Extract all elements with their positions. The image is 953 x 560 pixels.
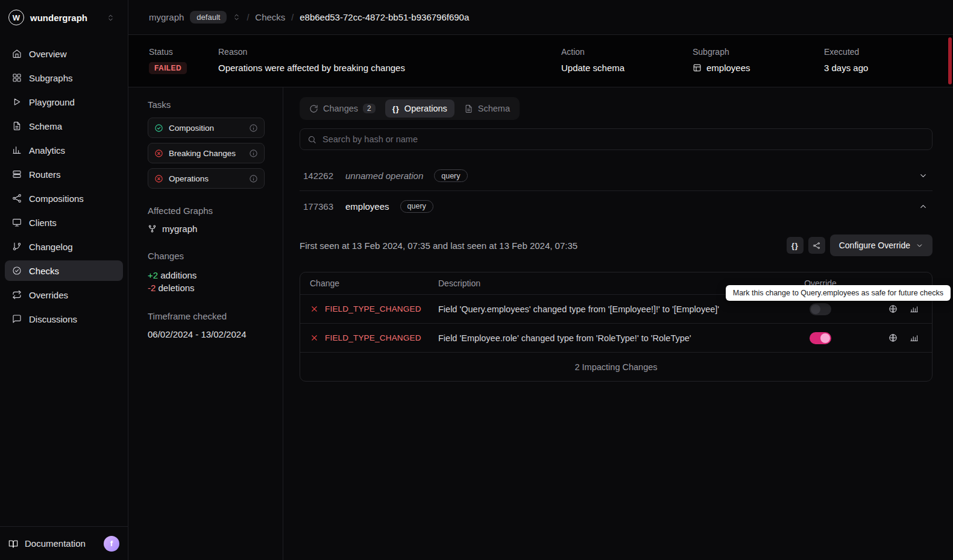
refresh-icon	[309, 104, 318, 113]
monitor-icon	[12, 218, 22, 227]
search-input[interactable]	[322, 134, 925, 144]
brand-name: wundergraph	[30, 13, 87, 23]
toggle-knob	[811, 304, 820, 314]
check-summary-panel: Tasks Composition Breaking Changes Opera…	[128, 87, 283, 560]
sidebar-item-overview[interactable]: Overview	[5, 43, 123, 64]
detail-actions: {} Configure Override	[787, 234, 933, 256]
breadcrumb: mygraph default / Checks / e8b6ed53-72cc…	[128, 0, 953, 35]
sidebar-item-label: Playground	[29, 97, 75, 107]
sidebar-item-label: Schema	[29, 121, 62, 131]
configure-override-button[interactable]: Configure Override	[830, 234, 933, 256]
override-toggle[interactable]	[810, 303, 831, 315]
book-open-icon	[8, 539, 18, 549]
operation-hash: 142262	[303, 171, 335, 181]
search-box	[300, 128, 933, 150]
subgraph-value: employees	[706, 63, 750, 73]
operation-name: unnamed operation	[345, 171, 423, 181]
deletions-label: deletions	[159, 283, 195, 293]
affected-graph-item[interactable]: mygraph	[148, 224, 265, 234]
check-circle-icon	[154, 124, 163, 133]
override-toggle[interactable]	[810, 332, 831, 344]
sidebar-item-overrides[interactable]: Overrides	[5, 285, 123, 305]
globe-icon	[889, 304, 898, 313]
seen-row: First seen at 13 Feb 2024, 07:35 and las…	[300, 234, 933, 256]
variant-badge[interactable]: default	[190, 11, 227, 24]
info-icon[interactable]	[249, 149, 258, 158]
operation-row-177363[interactable]: 177363 employees query	[300, 191, 933, 221]
sidebar-nav: Overview Subgraphs Playground Schema Ana…	[0, 35, 128, 329]
message-square-icon	[12, 314, 22, 324]
operations-list: 142262 unnamed operation query 177363 em…	[300, 161, 933, 382]
tab-label: Operations	[404, 104, 447, 113]
bar-chart-icon	[910, 333, 919, 342]
task-operations[interactable]: Operations	[148, 168, 265, 189]
globe-button[interactable]	[889, 304, 898, 313]
x-icon	[310, 333, 319, 342]
chevrons-up-down-icon[interactable]	[233, 13, 241, 21]
change-type: FIELD_TYPE_CHANGED	[325, 333, 421, 342]
status-column: Status FAILED	[149, 47, 218, 87]
chevron-up-icon[interactable]	[919, 202, 928, 211]
repeat-icon	[12, 290, 22, 300]
operation-hash: 177363	[303, 201, 335, 212]
globe-button[interactable]	[889, 333, 898, 342]
sidebar-item-analytics[interactable]: Analytics	[5, 140, 123, 160]
sidebar-item-label: Subgraphs	[29, 73, 73, 83]
view-operation-content-button[interactable]: {}	[787, 237, 804, 254]
x-icon	[310, 304, 319, 313]
wundergraph-logo-icon: W	[8, 10, 24, 25]
sidebar-item-changelog[interactable]: Changelog	[5, 236, 123, 257]
share-button[interactable]	[808, 237, 825, 254]
tab-label: Schema	[478, 104, 510, 113]
sidebar-item-discussions[interactable]: Discussions	[5, 309, 123, 329]
change-description: Field 'Employee.role' changed type from …	[438, 333, 775, 343]
sidebar-item-label: Changelog	[29, 242, 73, 252]
task-breaking-changes[interactable]: Breaking Changes	[148, 143, 265, 163]
affected-graphs-heading: Affected Graphs	[148, 206, 265, 216]
subgraph-label: Subgraph	[693, 47, 824, 57]
usage-chart-button[interactable]	[910, 333, 919, 342]
file-icon	[464, 104, 473, 113]
toggle-knob	[820, 333, 830, 343]
breadcrumb-graph[interactable]: mygraph	[149, 12, 184, 22]
sidebar-item-routers[interactable]: Routers	[5, 164, 123, 184]
sidebar-item-playground[interactable]: Playground	[5, 92, 123, 112]
timeframe-value: 06/02/2024 - 13/02/2024	[148, 329, 265, 339]
git-fork-icon	[148, 224, 157, 233]
usage-chart-button[interactable]	[910, 304, 919, 313]
operation-detail: First seen at 13 Feb 2024, 07:35 and las…	[300, 221, 933, 382]
override-tooltip: Mark this change to Query.employees as s…	[726, 285, 951, 301]
info-icon[interactable]	[249, 124, 258, 133]
breadcrumb-separator: /	[291, 13, 294, 22]
user-avatar[interactable]: f	[104, 536, 119, 552]
timeframe-heading: Timeframe checked	[148, 311, 265, 321]
sidebar-item-subgraphs[interactable]: Subgraphs	[5, 68, 123, 88]
additions-count: +2	[148, 270, 158, 280]
impacting-changes-table: Change Description Override FIELD_TYPE_C…	[300, 272, 933, 382]
subgraph-icon	[693, 63, 702, 72]
task-label: Operations	[169, 174, 209, 183]
search-icon	[307, 135, 316, 144]
breadcrumb-check-id: e8b6ed53-72cc-4872-bb51-b936796f690a	[300, 12, 469, 22]
server-icon	[12, 169, 22, 179]
reason-value: Operations were affected by breaking cha…	[218, 63, 561, 73]
sidebar-item-clients[interactable]: Clients	[5, 212, 123, 233]
tab-schema[interactable]: Schema	[457, 99, 517, 118]
breadcrumb-section[interactable]: Checks	[255, 12, 285, 22]
sidebar-item-label: Checks	[29, 266, 59, 276]
operation-row-142262[interactable]: 142262 unnamed operation query	[300, 161, 933, 191]
sidebar-item-checks[interactable]: Checks	[5, 260, 123, 281]
workspace-switcher[interactable]: W wundergraph	[0, 0, 128, 35]
sidebar-item-schema[interactable]: Schema	[5, 116, 123, 136]
reason-label: Reason	[218, 47, 561, 57]
tab-operations[interactable]: {} Operations	[385, 99, 454, 118]
tab-changes[interactable]: Changes 2	[302, 99, 383, 118]
documentation-link[interactable]: Documentation	[25, 538, 86, 549]
info-icon[interactable]	[249, 174, 258, 183]
file-text-icon	[12, 121, 22, 131]
grid-icon	[12, 73, 22, 83]
chevron-down-icon[interactable]	[919, 171, 928, 180]
task-composition[interactable]: Composition	[148, 118, 265, 138]
scrollbar-thumb[interactable]	[948, 37, 952, 84]
sidebar-item-compositions[interactable]: Compositions	[5, 188, 123, 209]
